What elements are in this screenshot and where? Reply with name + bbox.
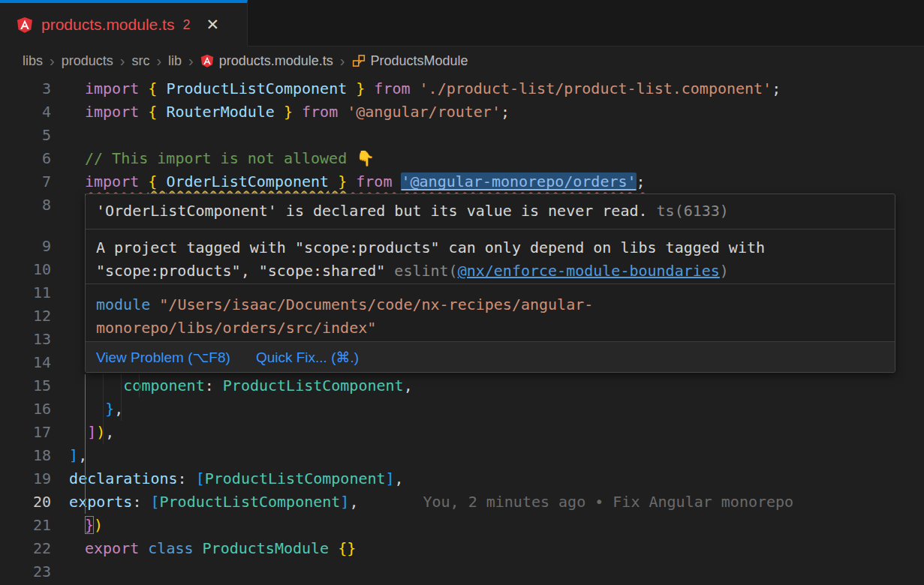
code-line[interactable]: 6// This import is not allowed 👇 — [0, 147, 924, 170]
code-token — [194, 539, 203, 557]
code-token: { — [148, 172, 166, 190]
code-token: eslint( — [394, 262, 457, 280]
code-line[interactable]: 18 ], — [0, 444, 924, 467]
code-token: , — [349, 493, 358, 511]
code-token: ProductsModule — [203, 539, 330, 557]
breadcrumb-item-lib[interactable]: lib — [168, 53, 182, 69]
breadcrumb-item-src[interactable]: src — [131, 53, 149, 69]
code-token — [51, 470, 69, 488]
line-number: 4 — [0, 100, 51, 124]
code-token — [51, 400, 105, 418]
code-token: : — [132, 493, 150, 511]
hover-section-1: 'OrderListComponent' is declared but its… — [86, 194, 895, 229]
chevron-right-icon: › — [50, 52, 55, 70]
diagnostic-line: 'OrderListComponent' is declared but its… — [96, 200, 884, 223]
indent-guide — [85, 421, 86, 444]
diagnostic-hover-popup: 'OrderListComponent' is declared but its… — [85, 194, 895, 373]
tab-products-module[interactable]: products.module.ts 2 ✕ — [0, 0, 248, 46]
code-line[interactable]: 7import { OrderListComponent } from '@an… — [0, 170, 924, 194]
code-line[interactable]: 19 declarations: [ProductListComponent], — [0, 467, 924, 490]
git-blame-annotation: You, 2 minutes ago • Fix Angular monorep… — [423, 493, 793, 511]
breadcrumb-item-products[interactable]: products — [62, 53, 113, 69]
line-number: 13 — [0, 328, 51, 351]
code-token: '@angular/router' — [347, 103, 501, 121]
code-line[interactable]: 22export class ProductsModule {} — [0, 537, 924, 560]
chevron-right-icon: › — [188, 52, 194, 70]
code-token: monorepo/libs/orders/src/index" — [96, 319, 376, 337]
breadcrumb: libs › products › src › lib › products.m… — [0, 46, 924, 75]
line-number: 19 — [0, 467, 51, 490]
code-line[interactable]: 15 component: ProductListComponent, — [0, 374, 924, 398]
breadcrumb-item-libs[interactable]: libs — [23, 53, 43, 69]
indent-guide — [121, 374, 122, 398]
tab-bar: products.module.ts 2 ✕ — [0, 0, 924, 46]
code-token: [ — [150, 493, 159, 511]
code-token: class — [148, 539, 193, 557]
breadcrumb-item-file[interactable]: products.module.ts — [200, 53, 333, 69]
code-token: RouterModule — [166, 103, 275, 121]
line-number: 9 — [0, 235, 51, 258]
indent-guide — [85, 467, 86, 490]
code-token: ; — [772, 80, 781, 98]
code-line[interactable]: 21}) — [0, 514, 924, 537]
indent-guide — [85, 490, 86, 514]
code-token: } — [85, 516, 94, 534]
chevron-right-icon: › — [120, 52, 125, 70]
code-token: } — [347, 80, 365, 98]
diagnostic-line: module "/Users/isaac/Documents/code/nx-r… — [96, 293, 884, 316]
code-line[interactable]: 23 — [0, 560, 924, 584]
code-line[interactable]: 16 }, — [0, 398, 924, 421]
code-line[interactable]: 3import { ProductListComponent } from '.… — [0, 77, 924, 100]
line-number: 12 — [0, 304, 51, 328]
code-token: , — [78, 446, 87, 464]
view-problem-link[interactable]: View Problem (⌥F8) — [96, 349, 230, 366]
code-token: : — [178, 470, 196, 488]
hover-status-bar: View Problem (⌥F8) Quick Fix... (⌘.) — [86, 341, 895, 372]
code-token: exports — [69, 493, 132, 511]
code-line[interactable]: 20 exports: [ProductListComponent],You, … — [0, 490, 924, 514]
indent-guide — [121, 398, 122, 421]
close-icon[interactable]: ✕ — [206, 16, 219, 34]
chevron-right-icon: › — [156, 52, 161, 70]
class-icon — [352, 54, 366, 68]
code-line[interactable]: 5 — [0, 124, 924, 147]
code-token: ] — [87, 423, 96, 441]
line-number: 6 — [0, 147, 51, 170]
code-token: , — [395, 470, 404, 488]
indent-guide — [85, 444, 86, 467]
code-token: { — [148, 80, 166, 98]
line-number: 17 — [0, 421, 51, 444]
line-number: 22 — [0, 537, 51, 560]
code-token: import — [85, 103, 148, 121]
diagnostic-line: "scope:products", "scope:shared" eslint(… — [96, 260, 884, 283]
line-number: 23 — [0, 560, 51, 584]
indent-guide — [85, 374, 86, 398]
code-token: from — [365, 80, 419, 98]
code-token: import — [85, 172, 148, 190]
code-line[interactable]: 4import { RouterModule } from '@angular/… — [0, 100, 924, 124]
code-token: ProductListComponent — [205, 470, 386, 488]
code-token: , — [114, 400, 123, 418]
code-token: from — [293, 103, 347, 121]
code-token — [139, 539, 148, 557]
code-token: ProductListComponent — [223, 376, 404, 394]
code-token: : — [205, 376, 223, 394]
line-number: 11 — [0, 281, 51, 304]
line-number: 14 — [0, 351, 51, 374]
code-token: "/Users/isaac/Documents/code/nx-recipes/… — [159, 296, 593, 314]
code-token: "scope:products", "scope:shared" — [96, 262, 394, 280]
code-token: {} — [338, 539, 356, 557]
line-number: 8 — [0, 194, 51, 217]
tab-label: products.module.ts — [41, 16, 174, 34]
code-line[interactable]: 17 ]), — [0, 421, 924, 444]
hovered-import-string[interactable]: '@angular-monorepo/orders' — [401, 172, 636, 190]
indent-guide — [103, 398, 104, 421]
code-token: 'OrderListComponent' is declared but its… — [96, 202, 648, 220]
breadcrumb-item-symbol[interactable]: ProductsModule — [352, 53, 468, 69]
eslint-rule-link[interactable]: @nx/enforce-module-boundaries — [458, 262, 720, 280]
quick-fix-link[interactable]: Quick Fix... (⌘.) — [256, 349, 359, 366]
code-token — [51, 493, 69, 511]
code-token: } — [105, 400, 114, 418]
indent-guide — [139, 374, 140, 398]
code-token: from — [347, 172, 401, 190]
